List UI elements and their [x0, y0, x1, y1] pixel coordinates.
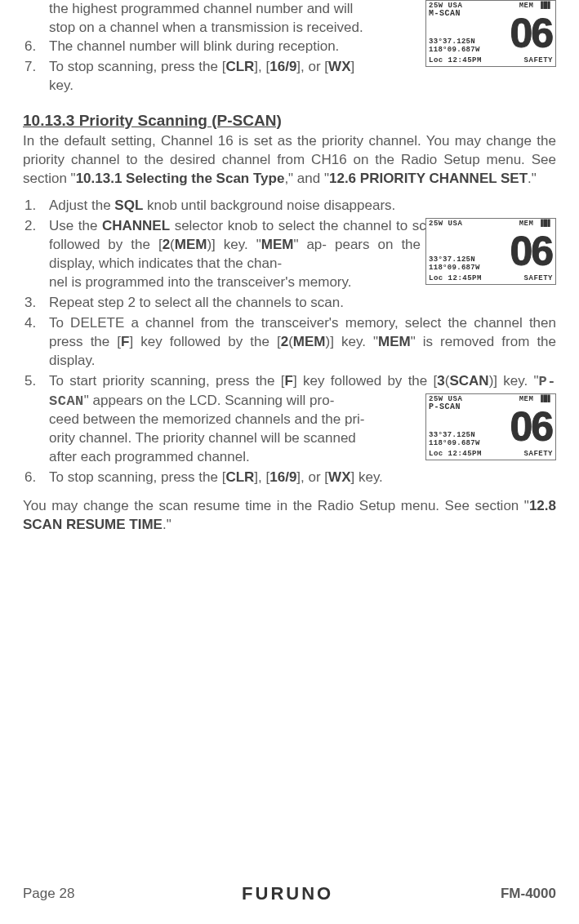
pscan-step-2: 2. Use the CHANNEL selector knob to sele…: [23, 217, 556, 292]
pscan-step-5: 5. To start priority scanning, press the…: [23, 372, 556, 468]
pscan-step-3: 3. Repeat step 2 to select all the chann…: [23, 294, 556, 313]
pscan-step-4: 4. To DELETE a channel from the transcei…: [23, 314, 556, 371]
page-footer: Page 28 FURUNO FM-4000: [23, 882, 556, 906]
intro-paragraph: In the default setting, Channel 16 is se…: [23, 132, 556, 189]
step-6: 6. The channel number will blink during …: [23, 38, 421, 56]
closing-paragraph: You may change the scan resume time in t…: [23, 497, 556, 535]
model-number: FM-4000: [501, 885, 556, 904]
brand-logo: FURUNO: [242, 882, 333, 906]
pscan-step-6: 6. To stop scanning, press the [CLR], [1…: [23, 469, 556, 487]
page-number: Page 28: [23, 885, 74, 904]
lcd-display-mem: 25W USAMEM ▐█▌ 06 33°37.125N118°09.687W …: [425, 218, 556, 285]
step-7: 7. To stop scanning, press the [CLR], [1…: [23, 58, 421, 96]
section-heading-priority-scanning: 10.13.3 Priority Scanning (P-SCAN): [23, 110, 556, 131]
lcd-display-pscan: 25W USAMEM ▐█▌ P-SCAN 06 33°37.125N118°0…: [425, 393, 556, 460]
pscan-step-1: 1. Adjust the SQL knob until background …: [23, 197, 556, 215]
lcd-display-mscan: 25W USAMEM ▐█▌ M-SCAN 06 33°37.125N118°0…: [425, 0, 556, 67]
